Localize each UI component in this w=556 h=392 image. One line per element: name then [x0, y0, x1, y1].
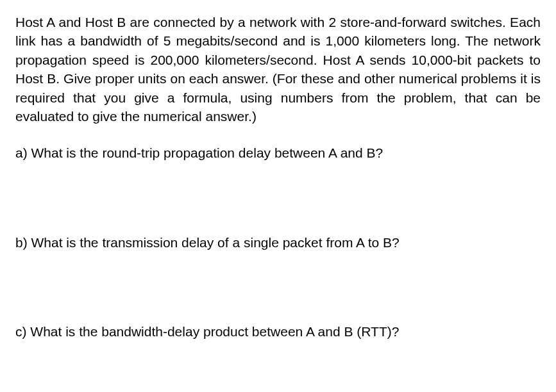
question-c: c) What is the bandwidth-delay product b…: [15, 322, 541, 341]
question-b: b) What is the transmission delay of a s…: [15, 233, 541, 252]
question-a: a) What is the round-trip propagation de…: [15, 143, 541, 162]
problem-intro: Host A and Host B are connected by a net…: [15, 13, 541, 126]
